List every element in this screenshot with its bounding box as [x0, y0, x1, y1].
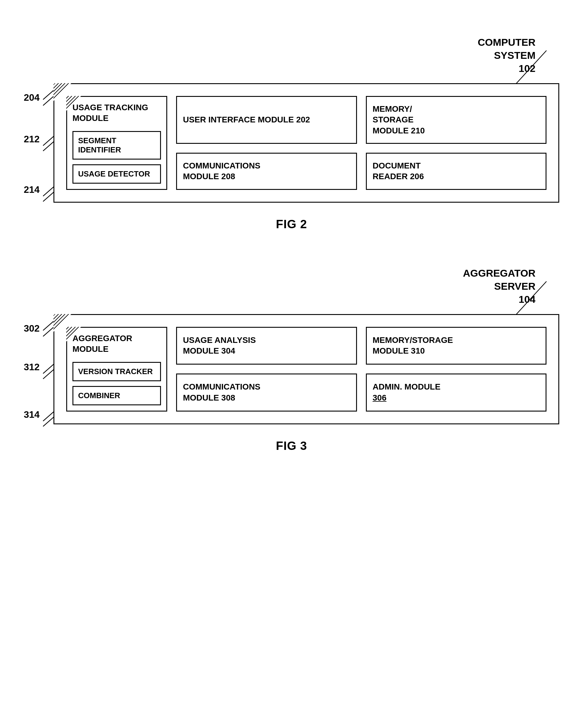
- aggregator-server-title: AGGREGATOR SERVER 104: [463, 266, 535, 306]
- ref-312: 312: [24, 362, 39, 373]
- dr-line1: DOCUMENT: [373, 161, 421, 170]
- user-interface-module: USER INTERFACE MODULE 202: [176, 96, 357, 144]
- svg-line-11: [43, 368, 55, 379]
- as-number: 104: [519, 293, 535, 305]
- ua-line1: USAGE ANALYSIS: [183, 336, 256, 345]
- svg-line-10: [43, 363, 55, 373]
- cs-number: 102: [519, 63, 535, 74]
- fig2-diagram: 204 212 214 USAGE TRA: [24, 83, 559, 203]
- dr-line2: READER 206: [373, 172, 424, 181]
- ref-212: 212: [24, 134, 39, 145]
- fig3-caption: FIG 3: [24, 439, 559, 452]
- usage-analysis-module: USAGE ANALYSIS MODULE 304: [176, 327, 357, 365]
- fig3-nested-modules: VERSION TRACKER COMBINER: [73, 362, 161, 405]
- memory-storage-module: MEMORY/ STORAGE MODULE 210: [366, 96, 547, 144]
- admin-line1: ADMIN. MODULE: [373, 382, 441, 391]
- svg-line-8: [43, 320, 55, 331]
- svg-line-12: [43, 411, 55, 421]
- fig2-main-box: USAGE TRACKING MODULE SEGMENT IDENTIFIER…: [53, 83, 559, 203]
- svg-line-5: [43, 191, 55, 202]
- aggregator-server-label: AGGREGATOR SERVER 104: [463, 266, 535, 306]
- as-line2: SERVER: [494, 281, 535, 292]
- cs-line2: SYSTEM: [494, 50, 535, 61]
- cs-line1: COMPUTER: [478, 36, 535, 48]
- memory-storage-label: MEMORY/ STORAGE MODULE 210: [373, 104, 425, 136]
- admin-line2: 306: [373, 393, 387, 402]
- usage-tracking-title: USAGE TRACKING MODULE: [73, 102, 161, 124]
- user-interface-label: USER INTERFACE MODULE 202: [183, 114, 310, 125]
- svg-line-1: [43, 95, 55, 105]
- document-reader-module: DOCUMENT READER 206: [366, 153, 547, 190]
- usage-tracking-module: USAGE TRACKING MODULE SEGMENT IDENTIFIER…: [66, 96, 167, 190]
- computer-system-label: COMPUTER SYSTEM 102: [478, 36, 535, 75]
- ref-214: 214: [24, 184, 39, 195]
- ref-314: 314: [24, 409, 39, 420]
- fig3-comm-line2: MODULE 308: [183, 393, 235, 402]
- ua-line2: MODULE 304: [183, 346, 235, 355]
- ms-line1: MEMORY/: [373, 104, 412, 113]
- comm-label: COMMUNICATIONS MODULE 208: [183, 160, 261, 182]
- segment-identifier-box: SEGMENT IDENTIFIER: [73, 131, 161, 160]
- usage-detector-box: USAGE DETECTOR: [73, 164, 161, 184]
- fig3-memory-storage-module: MEMORY/STORAGE MODULE 310: [366, 327, 547, 365]
- communications-module: COMMUNICATIONS MODULE 208: [176, 153, 357, 190]
- fig3-ms-line1: MEMORY/STORAGE: [373, 336, 453, 345]
- admin-module-label: ADMIN. MODULE 306: [373, 382, 441, 403]
- version-tracker-box: VERSION TRACKER: [73, 362, 161, 381]
- svg-line-3: [43, 140, 55, 151]
- fig3-main-box: AGGREGATOR MODULE VERSION TRACKER COMBIN…: [53, 314, 559, 424]
- ms-line2: STORAGE: [373, 115, 414, 124]
- admin-module: ADMIN. MODULE 306: [366, 373, 547, 411]
- computer-system-title: COMPUTER SYSTEM 102: [478, 36, 535, 75]
- fig3-ms-line2: MODULE 310: [373, 346, 425, 355]
- svg-line-4: [43, 186, 55, 196]
- fig3-diagram: 302 312 314 AGGREGATO: [24, 314, 559, 424]
- ref-302: 302: [24, 323, 39, 334]
- ms-line3: MODULE 210: [373, 126, 425, 135]
- fig3-memory-storage-label: MEMORY/STORAGE MODULE 310: [373, 335, 453, 357]
- fig3-communications-module: COMMUNICATIONS MODULE 308: [176, 373, 357, 411]
- ref-204: 204: [24, 92, 39, 103]
- doc-reader-label: DOCUMENT READER 206: [373, 160, 424, 182]
- combiner-box: COMBINER: [73, 386, 161, 405]
- comm-line1: COMMUNICATIONS: [183, 161, 261, 170]
- svg-line-2: [43, 135, 55, 146]
- as-line1: AGGREGATOR: [463, 267, 535, 279]
- usage-analysis-label: USAGE ANALYSIS MODULE 304: [183, 335, 256, 357]
- fig3-comm-label: COMMUNICATIONS MODULE 308: [183, 382, 261, 403]
- svg-line-0: [43, 89, 55, 100]
- fig3-comm-line1: COMMUNICATIONS: [183, 382, 261, 391]
- svg-line-9: [43, 326, 55, 336]
- aggregator-module: AGGREGATOR MODULE VERSION TRACKER COMBIN…: [66, 327, 167, 412]
- comm-line2: MODULE 208: [183, 172, 235, 181]
- fig2-caption: FIG 2: [24, 217, 559, 231]
- aggregator-title: AGGREGATOR MODULE: [73, 333, 161, 355]
- svg-line-13: [43, 416, 55, 426]
- nested-modules: SEGMENT IDENTIFIER USAGE DETECTOR: [73, 131, 161, 184]
